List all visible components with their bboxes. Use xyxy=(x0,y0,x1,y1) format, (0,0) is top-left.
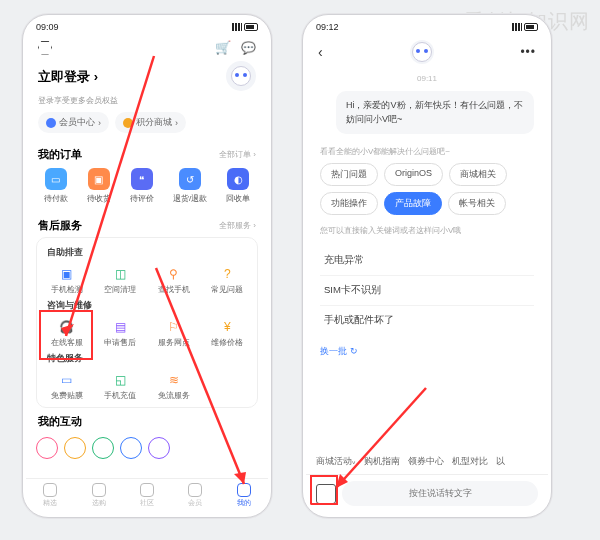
chat-avatar xyxy=(410,40,434,64)
tag-buy-guide[interactable]: 购机指南 xyxy=(364,456,400,468)
tab-bar: 精选 选购 社区 会员 我的 xyxy=(26,478,268,514)
pill-originos[interactable]: OriginOS xyxy=(384,163,443,186)
pill-product-fault[interactable]: 产品故障 xyxy=(384,192,442,215)
bottom-tags: 商城活动ᵥ 购机指南 领券中心 机型对比 以 xyxy=(306,450,548,474)
svc-space-clean[interactable]: ◫空间清理 xyxy=(95,263,147,297)
voice-input-button[interactable]: 按住说话转文字 xyxy=(342,481,538,506)
svc-recharge[interactable]: ◱手机充值 xyxy=(95,369,147,403)
order-pending-review[interactable]: ❝待评价 xyxy=(130,168,154,204)
faq-broken[interactable]: 手机或配件坏了 xyxy=(320,306,534,335)
svc-repair-price[interactable]: ¥维修价格 xyxy=(202,316,254,350)
svc-service-points[interactable]: ⚐服务网点 xyxy=(148,316,200,350)
tag-compare[interactable]: 机型对比 xyxy=(452,456,488,468)
robot-avatar-icon xyxy=(412,42,432,62)
chat-time: 09:11 xyxy=(306,70,548,87)
tab-member[interactable]: 会员 xyxy=(188,483,202,508)
svc-data-free[interactable]: ≋免流服务 xyxy=(148,369,200,403)
order-recycle[interactable]: ◐回收单 xyxy=(226,168,250,204)
hint-2: 您可以直接输入关键词或者这样问小V哦 xyxy=(306,221,548,242)
orders-title: 我的订单 xyxy=(38,147,82,162)
faq-sim[interactable]: SIM卡不识别 xyxy=(320,276,534,306)
pill-function[interactable]: 功能操作 xyxy=(320,192,378,215)
order-refund[interactable]: ↺退货/退款 xyxy=(173,168,207,204)
signal-icon xyxy=(232,23,242,31)
phone-right: 09:12 ‹ ••• 09:11 Hi，亲爱的V粉，新年快乐！有什么问题，不妨… xyxy=(302,14,552,518)
login-title[interactable]: 立即登录 › xyxy=(38,69,98,84)
svc-faq[interactable]: ?常见问题 xyxy=(202,263,254,297)
signal-icon xyxy=(512,23,522,31)
avatar[interactable] xyxy=(226,61,256,91)
tab-mine[interactable]: 我的 xyxy=(237,483,251,508)
faq-list: 充电异常 SIM卡不识别 手机或配件坏了 xyxy=(320,246,534,335)
tab-shop[interactable]: 选购 xyxy=(92,483,106,508)
tab-featured[interactable]: 精选 xyxy=(43,483,57,508)
cart-icon[interactable]: 🛒 xyxy=(215,40,231,55)
keyboard-icon[interactable] xyxy=(316,484,336,504)
order-pending-receipt[interactable]: ▣待收货 xyxy=(87,168,111,204)
svc-free-film[interactable]: ▭免费贴膜 xyxy=(41,369,93,403)
login-subtitle: 登录享受更多会员权益 xyxy=(26,95,268,112)
status-time-2: 09:12 xyxy=(316,22,339,32)
service-card: 自助排查 ▣手机检测 ◫空间清理 ⚲查找手机 ?常见问题 咨询与维修 🎧在线客服… xyxy=(36,237,258,408)
svc-find-phone[interactable]: ⚲查找手机 xyxy=(148,263,200,297)
orders-row: ▭待付款 ▣待收货 ❝待评价 ↺退货/退款 ◐回收单 xyxy=(26,166,268,212)
pill-account[interactable]: 帐号相关 xyxy=(448,192,506,215)
settings-hex-icon[interactable] xyxy=(38,41,52,55)
order-pending-payment[interactable]: ▭待付款 xyxy=(44,168,68,204)
input-bar: 按住说话转文字 xyxy=(306,474,548,514)
interact-title: 我的互动 xyxy=(38,414,82,429)
message-icon[interactable]: 💬 xyxy=(241,41,256,55)
svc-phone-check[interactable]: ▣手机检测 xyxy=(41,263,93,297)
pill-mall[interactable]: 商城相关 xyxy=(449,163,507,186)
pill-hot[interactable]: 热门问题 xyxy=(320,163,378,186)
tag-more[interactable]: 以 xyxy=(496,456,505,468)
robot-avatar-icon xyxy=(231,66,251,86)
hint-1: 看看全能的小V都能解决什么问题吧~ xyxy=(306,142,548,163)
status-time: 09:09 xyxy=(36,22,59,32)
faq-charging[interactable]: 充电异常 xyxy=(320,246,534,276)
refresh-button[interactable]: 换一批 ↻ xyxy=(306,339,548,364)
chip-points-mall[interactable]: 积分商城› xyxy=(115,112,186,133)
back-button[interactable]: ‹ xyxy=(318,44,323,60)
phone-left: 09:09 🛒 💬 立即登录 › 登录享受更多会员权益 会员中心› 积分商城› … xyxy=(22,14,272,518)
battery-icon xyxy=(524,23,538,31)
tab-community[interactable]: 社区 xyxy=(140,483,154,508)
svc-online-service[interactable]: 🎧在线客服 xyxy=(41,316,93,350)
svc-apply-aftersale[interactable]: ▤申请售后 xyxy=(95,316,147,350)
more-button[interactable]: ••• xyxy=(520,45,536,59)
battery-icon xyxy=(244,23,258,31)
category-pills: 热门问题 OriginOS 商城相关 功能操作 产品故障 帐号相关 xyxy=(306,163,548,221)
greeting-bubble: Hi，亲爱的V粉，新年快乐！有什么问题，不妨问问小V吧~ xyxy=(336,91,534,134)
service-title: 售后服务 xyxy=(38,218,82,233)
status-bar: 09:09 xyxy=(26,18,268,36)
tag-coupon[interactable]: 领券中心 xyxy=(408,456,444,468)
group-consult-repair: 咨询与维修 xyxy=(41,297,253,316)
orders-more[interactable]: 全部订单 › xyxy=(219,149,256,160)
chip-member-center[interactable]: 会员中心› xyxy=(38,112,109,133)
service-more[interactable]: 全部服务 › xyxy=(219,220,256,231)
group-special-service: 特色服务 xyxy=(41,350,253,369)
interact-row xyxy=(26,433,268,463)
status-bar-2: 09:12 xyxy=(306,18,548,36)
tag-mall-activity[interactable]: 商城活动ᵥ xyxy=(316,456,356,468)
group-self-check: 自助排查 xyxy=(41,244,253,263)
